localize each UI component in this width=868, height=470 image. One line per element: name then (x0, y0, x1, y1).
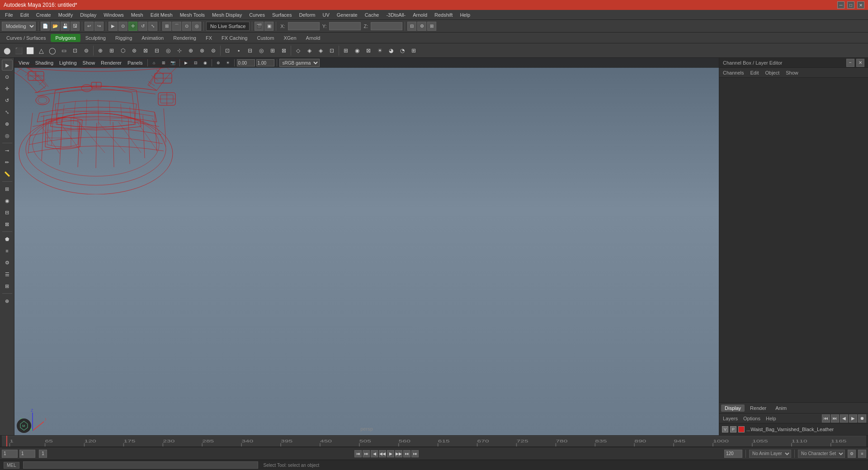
menu-generate[interactable]: Generate (334, 11, 361, 19)
char-set-select[interactable]: No Character Set (798, 450, 845, 458)
outliner-btn[interactable]: ≡ (2, 245, 13, 256)
vp-panels-menu[interactable]: Panels (125, 60, 145, 66)
snap-grid-button[interactable]: ⊞ (162, 22, 171, 31)
vp-shading-menu[interactable]: Shading (33, 60, 56, 66)
bevel-btn[interactable]: ⬡ (118, 45, 128, 56)
split-btn[interactable]: ⊠ (140, 45, 151, 56)
vp-value2-input[interactable]: 1.00 (256, 59, 274, 66)
layer-vis-toggle[interactable]: V (722, 426, 728, 432)
select-vertex-btn[interactable]: ◇ (292, 45, 303, 56)
menu-mesh[interactable]: Mesh (128, 11, 146, 19)
menu-redshift[interactable]: Redshift (431, 11, 456, 19)
camera-button[interactable]: 🎬 (255, 22, 264, 31)
scale-tool-side-btn[interactable]: ⤡ (2, 107, 13, 118)
play-back-btn[interactable]: ◀◀ (379, 450, 386, 457)
layer-record-btn[interactable]: ⏺ (858, 414, 866, 423)
frame-end-input[interactable] (724, 450, 742, 458)
vp-wire-btn[interactable]: ⊟ (192, 59, 200, 67)
bridge-btn[interactable]: ⊞ (106, 45, 117, 56)
jump-end-btn[interactable]: ⏭ (411, 450, 419, 457)
tab-arnold[interactable]: Arnold (302, 34, 325, 42)
wireframe-btn[interactable]: ⊞ (340, 45, 351, 56)
tab-rigging[interactable]: Rigging (111, 34, 137, 42)
extrude-btn[interactable]: ⊕ (95, 45, 106, 56)
plane-icon-btn[interactable]: ▭ (58, 45, 69, 56)
textured-btn[interactable]: ⊠ (363, 45, 374, 56)
vp-camera-btn[interactable]: 📷 (169, 59, 177, 67)
select-face-btn[interactable]: ◈ (315, 45, 326, 56)
close-button[interactable]: ✕ (857, 1, 864, 9)
layer-fwd-btn[interactable]: ▶ (849, 414, 857, 423)
menu-3dto-all[interactable]: -3DtoAll- (383, 11, 409, 19)
show-grid-btn[interactable]: ⊞ (408, 45, 419, 56)
no-live-surface-button[interactable]: No Live Surface (206, 22, 250, 31)
menu-arnold[interactable]: Arnold (410, 11, 430, 19)
tab-custom[interactable]: Custom (253, 34, 279, 42)
menu-cache[interactable]: Cache (362, 11, 382, 19)
vp-view-menu[interactable]: View (16, 60, 32, 66)
display-mode-2-btn[interactable]: ◉ (2, 195, 13, 206)
layer-back-btn[interactable]: ◀ (840, 414, 848, 423)
vp-lighting-menu[interactable]: Lighting (57, 60, 79, 66)
open-scene-button[interactable]: 📂 (51, 22, 60, 31)
cb-object-tab[interactable]: Object (763, 69, 781, 76)
display-mode-4-btn[interactable]: ⊠ (2, 219, 13, 230)
save-scene-button[interactable]: 💾 (61, 22, 70, 31)
layer-item[interactable]: V P ...Waist_Bag_Varnished_Black_Leather (720, 424, 867, 434)
tab-xgen[interactable]: XGen (279, 34, 301, 42)
char-set-options-btn[interactable]: ⚙ (848, 450, 856, 458)
layer-playback-toggle[interactable]: P (730, 426, 736, 432)
anim-layer-select[interactable]: No Anim Layer (749, 450, 791, 458)
menu-mesh-tools[interactable]: Mesh Tools (177, 11, 208, 19)
vp-grid-btn[interactable]: ⊞ (160, 59, 168, 67)
cb-collapse-btn[interactable]: − (846, 59, 854, 67)
menu-deform[interactable]: Deform (296, 11, 318, 19)
cb-close-btn[interactable]: ✕ (856, 59, 864, 67)
cube-icon-btn[interactable]: ⬛ (13, 45, 24, 56)
universal-manip-btn[interactable]: ⊕ (2, 118, 13, 129)
attr-editor-btn[interactable]: ⚙ (2, 257, 13, 268)
measure-btn[interactable]: 📏 (2, 169, 13, 179)
channel-box-btn[interactable]: ☰ (2, 269, 13, 280)
menu-display[interactable]: Display (77, 11, 99, 19)
ambient-occlusion-btn[interactable]: ◔ (397, 45, 408, 56)
uv-planar-btn[interactable]: ▪ (233, 45, 244, 56)
menu-edit-mesh[interactable]: Edit Mesh (147, 11, 176, 19)
step-fwd-btn[interactable]: ▶▶ (395, 450, 402, 457)
move-tool-button[interactable]: ✛ (128, 22, 137, 31)
lp-help-sub-tab[interactable]: Help (764, 415, 778, 422)
layer-editor-btn[interactable]: ⊞ (2, 281, 13, 291)
select-uv-btn[interactable]: ⊡ (326, 45, 337, 56)
redo-button[interactable]: ↪ (94, 22, 104, 31)
menu-windows[interactable]: Windows (100, 11, 127, 19)
lasso-tool-btn[interactable]: ⊸ (2, 145, 13, 156)
mirror-btn[interactable]: ⊜ (208, 45, 219, 56)
menu-curves[interactable]: Curves (246, 11, 268, 19)
snap-view-button[interactable]: ◎ (192, 22, 201, 31)
snap-point-button[interactable]: ⊙ (182, 22, 191, 31)
lasso-select-button[interactable]: ⊙ (118, 22, 127, 31)
menu-uv[interactable]: UV (319, 11, 332, 19)
prev-key-btn[interactable]: ⏭ (363, 450, 370, 457)
vp-renderer-menu[interactable]: Renderer (99, 60, 124, 66)
next-key-btn[interactable]: ⏭ (403, 450, 410, 457)
pipe-icon-btn[interactable]: ⊡ (70, 45, 80, 56)
lights-btn[interactable]: ☀ (374, 45, 385, 56)
tab-polygons[interactable]: Polygons (51, 34, 80, 42)
undo-button[interactable]: ↩ (85, 22, 94, 31)
vp-light-btn[interactable]: ☀ (224, 59, 232, 67)
new-scene-button[interactable]: 📄 (41, 22, 50, 31)
boolean-btn[interactable]: ⊗ (197, 45, 208, 56)
display-mode-1-btn[interactable]: ⊞ (2, 183, 13, 194)
mel-input[interactable] (23, 461, 258, 469)
scale-tool-button[interactable]: ⤡ (148, 22, 157, 31)
viewport[interactable]: View Shading Lighting Show Renderer Pane… (14, 58, 719, 435)
paint-btn[interactable]: ✏ (2, 157, 13, 168)
cb-edit-tab[interactable]: Edit (748, 69, 760, 76)
tab-fx[interactable]: FX (201, 34, 217, 42)
display-icons-button[interactable]: ⊟ (407, 22, 416, 31)
step-back-btn[interactable]: ◀ (371, 450, 378, 457)
tab-rendering[interactable]: Rendering (169, 34, 201, 42)
vp-shade-btn[interactable]: ◉ (201, 59, 209, 67)
uv-unfold-btn[interactable]: ⊞ (267, 45, 278, 56)
